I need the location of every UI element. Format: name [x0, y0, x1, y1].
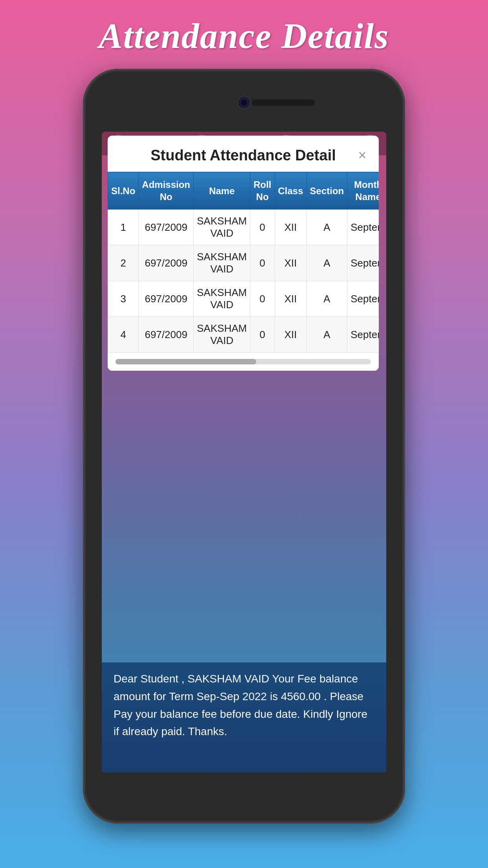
cell-month: Septem — [347, 245, 379, 281]
cell-section: A — [306, 245, 347, 281]
cell-admno: 697/2009 — [139, 210, 194, 245]
table-row: 3697/2009SAKSHAM VAID0XIIASeptem — [108, 281, 379, 317]
cell-slno: 1 — [108, 210, 139, 245]
attendance-table: Sl.No Admission No Name Roll No Class Se… — [108, 172, 379, 353]
modal-header: Student Attendance Detail × — [108, 136, 379, 172]
speaker-icon — [252, 99, 315, 106]
bottom-message-text: Dear Student , SAKSHAM VAID Your Fee bal… — [114, 670, 374, 741]
cell-rollno: 0 — [250, 317, 275, 353]
modal-dialog: Student Attendance Detail × Sl.No Admiss… — [108, 136, 379, 371]
col-header-class: Class — [275, 172, 306, 210]
cell-name: SAKSHAM VAID — [194, 210, 250, 245]
cell-section: A — [306, 317, 347, 353]
scrollbar-area — [108, 353, 379, 371]
cell-slno: 3 — [108, 281, 139, 317]
cell-slno: 4 — [108, 317, 139, 353]
cell-rollno: 0 — [250, 245, 275, 281]
cell-class: XII — [275, 210, 306, 245]
cell-month: Septem — [347, 210, 379, 245]
cell-class: XII — [275, 317, 306, 353]
cell-month: Septem — [347, 281, 379, 317]
col-header-month: Month Name — [347, 172, 379, 210]
cell-admno: 697/2009 — [139, 245, 194, 281]
horizontal-scrollbar-thumb[interactable] — [116, 359, 256, 364]
cell-name: SAKSHAM VAID — [194, 245, 250, 281]
cell-name: SAKSHAM VAID — [194, 317, 250, 353]
table-row: 2697/2009SAKSHAM VAID0XIIASeptem — [108, 245, 379, 281]
camera-icon — [237, 96, 251, 110]
bottom-message-panel: Dear Student , SAKSHAM VAID Your Fee bal… — [102, 662, 386, 772]
cell-month: Septem — [347, 317, 379, 353]
cell-class: XII — [275, 245, 306, 281]
cell-section: A — [306, 210, 347, 245]
col-header-admno: Admission No — [139, 172, 194, 210]
table-scroll-container[interactable]: Sl.No Admission No Name Roll No Class Se… — [108, 172, 379, 353]
phone-device: Student Attendance Detail × Sl.No Admiss… — [83, 69, 405, 824]
table-body: 1697/2009SAKSHAM VAID0XIIASeptem2697/200… — [108, 210, 379, 353]
cell-class: XII — [275, 281, 306, 317]
cell-section: A — [306, 281, 347, 317]
col-header-name: Name — [194, 172, 250, 210]
page-title: Attendance Details — [0, 0, 488, 56]
cell-admno: 697/2009 — [139, 317, 194, 353]
cell-rollno: 0 — [250, 281, 275, 317]
col-header-rollno: Roll No — [250, 172, 275, 210]
modal-title: Student Attendance Detail — [133, 147, 354, 164]
cell-rollno: 0 — [250, 210, 275, 245]
cell-name: SAKSHAM VAID — [194, 281, 250, 317]
cell-admno: 697/2009 — [139, 281, 194, 317]
cell-slno: 2 — [108, 245, 139, 281]
app-background: Student Attendance Detail × Sl.No Admiss… — [102, 132, 386, 772]
col-header-section: Section — [306, 172, 347, 210]
close-button[interactable]: × — [354, 147, 371, 164]
col-header-slno: Sl.No — [108, 172, 139, 210]
table-row: 1697/2009SAKSHAM VAID0XIIASeptem — [108, 210, 379, 245]
table-header-row: Sl.No Admission No Name Roll No Class Se… — [108, 172, 379, 210]
table-row: 4697/2009SAKSHAM VAID0XIIASeptem — [108, 317, 379, 353]
phone-screen: Student Attendance Detail × Sl.No Admiss… — [102, 132, 386, 772]
horizontal-scrollbar-track[interactable] — [116, 359, 371, 364]
